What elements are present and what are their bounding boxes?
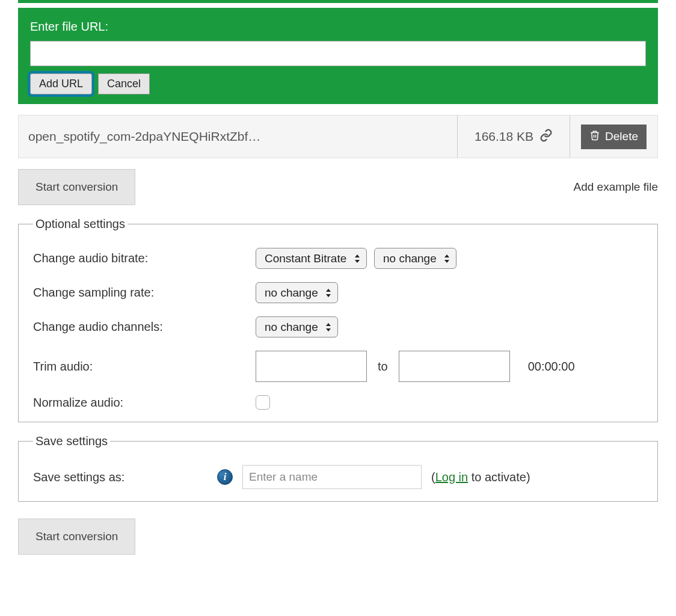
trim-label: Trim audio:: [33, 360, 256, 374]
sampling-label: Change sampling rate:: [33, 286, 256, 300]
info-icon[interactable]: i: [217, 469, 233, 485]
start-conversion-top-button[interactable]: Start conversion: [18, 169, 135, 205]
start-conversion-bottom-button[interactable]: Start conversion: [18, 519, 135, 555]
trim-from-input[interactable]: [256, 351, 367, 382]
url-input-label: Enter file URL:: [30, 20, 646, 34]
optional-settings-legend: Optional settings: [33, 217, 128, 231]
url-entry-panel: Enter file URL: Add URL Cancel: [18, 8, 658, 104]
file-name: open_spotify_com-2dpaYNEQHiRxtZbf…: [19, 115, 458, 158]
file-size-text: 166.18 KB: [475, 129, 533, 144]
file-size-cell: 166.18 KB: [458, 116, 570, 158]
trim-separator: to: [378, 360, 388, 374]
trim-duration: 00:00:00: [528, 360, 575, 374]
login-link[interactable]: Log in: [435, 470, 469, 484]
add-url-button[interactable]: Add URL: [30, 73, 92, 94]
file-row: open_spotify_com-2dpaYNEQHiRxtZbf… 166.1…: [18, 115, 658, 158]
save-settings-fieldset: Save settings Save settings as: i (Log i…: [18, 434, 658, 502]
url-input[interactable]: [30, 41, 646, 66]
normalize-checkbox[interactable]: [256, 395, 270, 410]
trash-icon: [589, 129, 600, 144]
channels-label: Change audio channels:: [33, 320, 256, 334]
normalize-label: Normalize audio:: [33, 396, 256, 410]
delete-label: Delete: [605, 130, 638, 143]
link-icon: [539, 129, 553, 145]
bitrate-mode-select[interactable]: Constant Bitrate: [256, 248, 367, 269]
delete-button[interactable]: Delete: [581, 125, 647, 149]
cancel-button[interactable]: Cancel: [98, 73, 150, 94]
bitrate-label: Change audio bitrate:: [33, 251, 256, 265]
trim-to-input[interactable]: [399, 351, 510, 382]
save-settings-legend: Save settings: [33, 434, 110, 448]
channels-select[interactable]: no change: [256, 316, 338, 337]
sampling-select[interactable]: no change: [256, 282, 338, 303]
save-as-label: Save settings as:: [33, 470, 207, 484]
bitrate-value-select[interactable]: no change: [374, 248, 456, 269]
optional-settings-fieldset: Optional settings Change audio bitrate: …: [18, 217, 658, 422]
settings-name-input[interactable]: [242, 465, 422, 489]
add-example-file-link[interactable]: Add example file: [574, 180, 658, 194]
top-accent-bar: [18, 0, 658, 3]
login-note: (Log in to activate): [431, 470, 530, 484]
